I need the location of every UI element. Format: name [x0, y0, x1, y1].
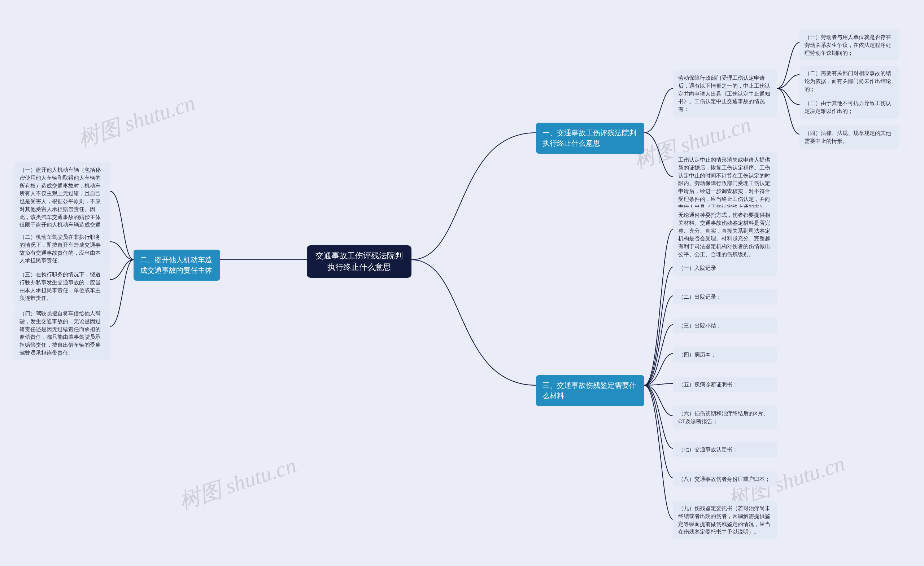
leaf-a1-1[interactable]: （一）劳动者与用人单位就是否存在劳动关系发生争议，在依法定程序处理劳动争议期间的… [800, 30, 899, 60]
leaf-b2[interactable]: （二）机动车驾驶员在非执行职务的情况下，即擅自开车造成交通事故负有交通事故责任的… [14, 229, 110, 268]
branch-c[interactable]: 三、交通事故伤残鉴定需要什么材料 [536, 375, 644, 406]
leaf-c1[interactable]: （一）入院记录 [673, 261, 777, 276]
leaf-c6[interactable]: （六）损伤初期和治疗终结后的X片、CT及诊断报告； [673, 406, 777, 429]
branch-b[interactable]: 二、盗开他人机动车造成交通事故的责任主体 [134, 250, 220, 281]
leaf-b1[interactable]: （一）盗开他人机动车辆（包括秘密使用他人车辆和取得他人车辆的所有权）造成交通事故… [14, 162, 110, 240]
connectors [0, 0, 924, 566]
leaf-a1-4[interactable]: （四）法律、法规、规章规定的其他需要中止的情形。 [800, 126, 899, 149]
leaf-c4[interactable]: （四）病历本； [673, 347, 777, 362]
leaf-b4[interactable]: （四）驾驶员擅自将车借给他人驾驶，发生交通事故的，无论是因过错责任还是因无过错责… [14, 306, 110, 360]
leaf-c0[interactable]: 无论通何种委托方式，伤者都要提供相关材料。交通事故伤残鉴定材料是否完整、充分、真… [673, 207, 777, 262]
leaf-a1-2[interactable]: （二）需要有关部门对相应事故的结论为依据，而有关部门尚未作出结论的； [800, 66, 899, 96]
branch-a[interactable]: 一、交通事故工伤评残法院判执行终止什么意思 [536, 123, 644, 154]
leaf-c2[interactable]: （二）出院记录； [673, 289, 777, 304]
watermark: 树图 shutu.cn [176, 451, 300, 516]
leaf-c8[interactable]: （八）交通事故伤者身份证或户口本； [673, 472, 777, 487]
leaf-c5[interactable]: （五）疾病诊断证明书； [673, 377, 777, 392]
leaf-a1-3[interactable]: （三）由于其他不可抗力导致工伤认定决定难以作出的； [800, 96, 899, 119]
leaf-a1[interactable]: 劳动保障行政部门受理工伤认定申请后，遇有以下情形之一的，中止工伤认定并向申请人出… [673, 70, 777, 117]
leaf-c7[interactable]: （七）交通事故认定书； [673, 442, 777, 457]
root-node[interactable]: 交通事故工伤评残法院判执行终止什么意思 [307, 245, 411, 278]
watermark: 树图 shutu.cn [74, 88, 199, 154]
leaf-b3[interactable]: （三）在执行职务的情况下，绕道行驶办私事发生交通事故的，应当由本人承担民事责任，… [14, 267, 110, 305]
leaf-a2[interactable]: 工伤认定中止的情形消失或申请人提供新的证据后，恢复工伤认定程序。工伤认定中止的时… [673, 152, 777, 214]
leaf-c3[interactable]: （三）出院小结； [673, 318, 777, 333]
leaf-c9[interactable]: （九）伤残鉴定委托书（若对治疗尚未终结或者出院的伤者，因调解需提供鉴定等级而提前… [673, 501, 777, 539]
